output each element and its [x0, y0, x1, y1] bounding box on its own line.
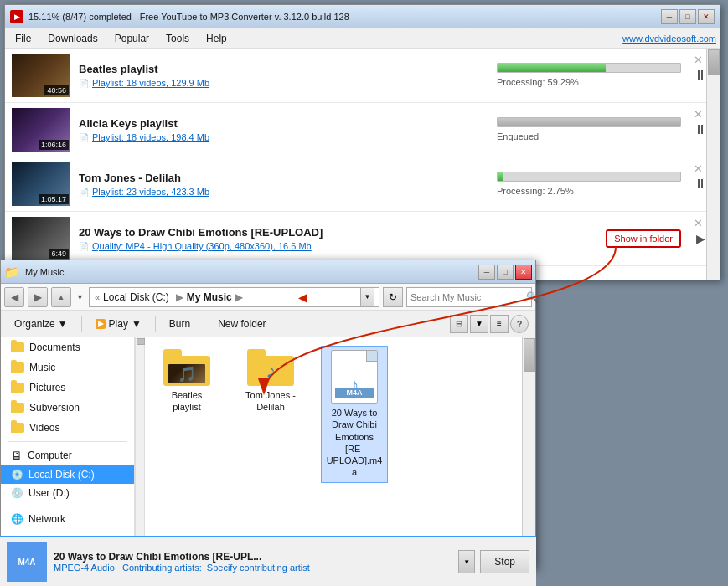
minimize-button[interactable]: ─ — [661, 9, 678, 24]
address-dropdown[interactable]: ▼ — [360, 288, 374, 306]
pause-icon-alicia[interactable]: ⏸ — [694, 122, 707, 137]
thumb-img: 🎵 — [168, 364, 205, 383]
progress-bar-fill-tomjones — [498, 172, 503, 181]
maximize-button[interactable]: □ — [679, 9, 696, 24]
toolbar-sep-3 — [204, 316, 204, 332]
stop-button[interactable]: Stop — [480, 550, 529, 573]
search-input[interactable] — [410, 292, 526, 302]
play-icon — [96, 319, 106, 329]
sidebar-item-user-d[interactable]: 💿 User (D:) — [1, 484, 134, 502]
toolbar-sep-2 — [155, 316, 156, 332]
progress-text-alicia: Enqueued — [497, 131, 539, 141]
progress-bar-bg-beatles — [497, 63, 681, 73]
sidebar-item-local-disk-c[interactable]: 💿 Local Disk (C:) — [1, 465, 134, 484]
show-in-folder-button[interactable]: Show in folder — [606, 229, 681, 248]
sidebar-label-local-disk-c: Local Disk (C:) — [28, 469, 95, 481]
sidebar-item-pictures[interactable]: Pictures — [1, 378, 134, 398]
meta-text-tomjones[interactable]: Playlist: 23 videos, 423.3 Mb — [92, 187, 209, 197]
up-button[interactable]: ▲ — [51, 287, 71, 307]
play-icon-chibi[interactable]: ▶ — [696, 232, 705, 245]
burn-button[interactable]: Burn — [163, 316, 197, 332]
address-prefix: « — [95, 292, 100, 302]
download-bar-actions: ▼ Stop — [458, 550, 529, 573]
view-controls: ⊟ ▼ ≡ ? — [450, 315, 529, 333]
file-name-tomjones: Tom Jones - Delilah — [240, 389, 301, 414]
new-folder-button[interactable]: New folder — [211, 316, 272, 332]
download-bar-contributing-value[interactable]: Specify contributing artist — [207, 563, 310, 573]
explorer-folder-icon: 📁 — [4, 265, 18, 279]
thumb-alicia: 1:06:16 — [12, 108, 70, 152]
play-label: Play — [109, 318, 128, 330]
view-toggle-button[interactable]: ⊟ — [450, 315, 468, 333]
close-tomjones[interactable]: ✕ — [694, 162, 703, 175]
duration-beatles: 40:56 — [44, 85, 69, 95]
meta-text-alicia[interactable]: Playlist: 18 videos, 198.4 Mb — [92, 132, 209, 142]
explorer-close-button[interactable]: ✕ — [515, 265, 532, 280]
sidebar-label-network: Network — [28, 513, 65, 525]
explorer-toolbar: Organize ▼ Play ▼ Burn New folder ⊟ ▼ ≡ … — [1, 311, 535, 337]
organize-button[interactable]: Organize ▼ — [8, 316, 75, 332]
progress-bar-bg-alicia — [497, 117, 681, 127]
app-icon: ▶ — [10, 10, 23, 23]
sidebar-item-computer[interactable]: 🖥 Computer — [1, 445, 134, 465]
close-chibi[interactable]: ✕ — [694, 217, 703, 229]
menu-bar: File Downloads Popular Tools Help www.dv… — [5, 28, 720, 49]
refresh-button[interactable]: ↻ — [383, 287, 403, 307]
pause-icon-beatles[interactable]: ⏸ — [694, 68, 707, 83]
help-button[interactable]: ? — [510, 315, 529, 333]
sidebar-item-network[interactable]: 🌐 Network — [1, 510, 134, 528]
back-button[interactable]: ◀ — [4, 287, 24, 307]
menu-popular[interactable]: Popular — [108, 31, 156, 46]
menu-downloads[interactable]: Downloads — [41, 31, 104, 46]
file-item-tomjones[interactable]: ♪ Tom Jones - Delilah — [237, 346, 304, 417]
title-beatles: Beatles playlist — [79, 63, 488, 75]
main-panel: 🎵 Beatles playlist ♪ Tom Jones - Delilah — [145, 337, 535, 545]
main-scrollbar[interactable] — [522, 337, 535, 545]
recent-dropdown[interactable]: ▼ — [76, 293, 84, 301]
sidebar-item-subversion[interactable]: Subversion — [1, 398, 134, 418]
progress-text-tomjones: Processing: 2.75% — [497, 186, 574, 196]
toolbar-sep-1 — [81, 316, 82, 332]
explorer-minimize-button[interactable]: ─ — [478, 265, 495, 280]
file-item-m4a[interactable]: ♪ M4A 20 Ways to Draw Chibi Emotions [RE… — [321, 346, 388, 483]
meta-icon-chibi: 📄 — [79, 242, 89, 251]
menu-tools[interactable]: Tools — [159, 31, 196, 46]
sidebar-item-music[interactable]: Music — [1, 357, 134, 378]
address-drive[interactable]: Local Disk (C:) — [103, 291, 169, 303]
meta-text-chibi[interactable]: Quality: MP4 - High Quality (360p, 480x3… — [92, 241, 312, 251]
explorer-nav: ◀ ▶ ▲ ▼ « Local Disk (C:) ▶ My Music ▶ ◀… — [1, 284, 535, 311]
pause-icon-tomjones[interactable]: ⏸ — [694, 177, 707, 192]
network-icon: 🌐 — [11, 513, 23, 525]
forward-button[interactable]: ▶ — [28, 287, 48, 307]
download-bar-title: 20 Ways to Draw Chibi Emotions [RE-UPL..… — [54, 551, 452, 563]
meta-text-beatles[interactable]: Playlist: 18 videos, 129.9 Mb — [92, 78, 209, 88]
thumb-beatles: 40:56 — [12, 54, 70, 97]
disk-d-icon: 💿 — [11, 487, 23, 499]
search-icon[interactable]: 🔍 — [526, 291, 539, 303]
play-button[interactable]: Play ▼ — [89, 316, 148, 332]
meta-icon-tomjones: 📄 — [79, 188, 89, 197]
sidebar-item-documents[interactable]: Documents — [1, 337, 134, 357]
view-details-button[interactable]: ≡ — [490, 315, 509, 333]
sidebar-scrollbar[interactable] — [135, 337, 145, 545]
sidebar-item-videos[interactable]: Videos — [1, 418, 134, 438]
explorer-title: My Music — [25, 267, 477, 277]
explorer-body: Documents Music Pictures Subversion — [1, 337, 535, 545]
progress-beatles: Processing: 59.29% — [497, 63, 681, 88]
meta-beatles: 📄 Playlist: 18 videos, 129.9 Mb — [79, 78, 488, 88]
website-link[interactable]: www.dvdvideosoft.com — [622, 33, 716, 44]
close-alicia[interactable]: ✕ — [694, 108, 703, 121]
file-item-beatles[interactable]: 🎵 Beatles playlist — [153, 346, 220, 417]
app-scrollbar[interactable] — [706, 49, 720, 280]
close-beatles[interactable]: ✕ — [694, 54, 703, 66]
menu-help[interactable]: Help — [199, 31, 234, 46]
download-row-chibi: ✕ 6:49 20 Ways to Draw Chibi Emotions [R… — [5, 212, 720, 266]
address-path[interactable]: My Music — [187, 291, 232, 303]
close-button[interactable]: ✕ — [698, 9, 715, 24]
sidebar-label-computer: Computer — [28, 450, 72, 461]
download-bar-dropdown[interactable]: ▼ — [458, 550, 475, 573]
explorer-maximize-button[interactable]: □ — [497, 265, 514, 280]
view-dropdown-button[interactable]: ▼ — [470, 315, 488, 333]
scrollbar-track — [136, 346, 144, 537]
menu-file[interactable]: File — [8, 31, 38, 46]
